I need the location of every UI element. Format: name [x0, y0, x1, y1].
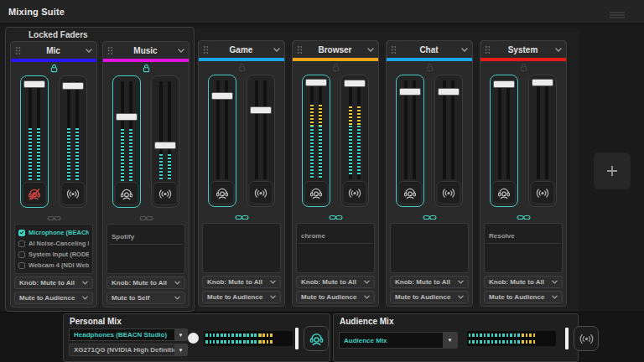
audience-fader[interactable] [247, 75, 275, 207]
broadcast-icon[interactable] [343, 181, 367, 204]
mute-action-dropdown[interactable]: Mute to Audience [484, 291, 563, 303]
audience-fader[interactable] [434, 75, 463, 207]
broadcast-icon[interactable] [249, 181, 273, 204]
chevron-down-icon[interactable] [461, 48, 468, 52]
drag-handle-icon[interactable] [485, 45, 491, 54]
headphones-icon[interactable] [304, 181, 329, 204]
personal-fader[interactable] [208, 75, 236, 207]
link-faders-icon[interactable] [423, 209, 437, 225]
fader-handle[interactable] [344, 80, 366, 87]
app-row[interactable] [205, 224, 278, 228]
drag-handle-icon[interactable] [15, 46, 21, 55]
chevron-down-icon[interactable] [178, 49, 184, 53]
fader-handle[interactable] [154, 142, 176, 149]
mute-action-dropdown[interactable]: Mute to Audience [390, 291, 469, 303]
personal-volume-cap[interactable] [295, 328, 299, 349]
channel-name[interactable]: Music [113, 46, 178, 55]
fader-handle[interactable] [438, 88, 460, 96]
chevron-down-icon[interactable] [555, 48, 562, 52]
app-row[interactable]: Spotify [109, 225, 183, 245]
fader-handle[interactable] [62, 82, 84, 90]
channel-name[interactable]: System [491, 45, 555, 54]
knob-action-dropdown[interactable]: Knob: Mute to All [484, 276, 563, 288]
dropdown-arrow-icon[interactable]: ▼ [174, 329, 187, 340]
personal-fader[interactable] [396, 75, 424, 207]
fader-handle[interactable] [23, 80, 45, 88]
secondary-output-dropdown[interactable]: XG271QG (NVIDIA High Definition... ▼ [69, 344, 188, 356]
fader-handle[interactable] [493, 80, 515, 88]
knob-action-dropdown[interactable]: Knob: Mute to All [296, 276, 375, 288]
audience-fader[interactable] [340, 75, 369, 207]
drag-handle-icon[interactable] [203, 45, 209, 54]
mute-action-dropdown[interactable]: Mute to Audience [202, 291, 281, 303]
audience-fader[interactable] [151, 75, 179, 208]
audience-fader[interactable] [59, 75, 87, 208]
app-list[interactable]: Resolve [484, 223, 563, 273]
headphones-icon[interactable] [304, 326, 329, 351]
app-list[interactable] [390, 223, 469, 273]
link-faders-icon[interactable] [517, 209, 531, 225]
knob-action-dropdown[interactable]: Knob: Mute to All [106, 277, 185, 289]
primary-output-dropdown[interactable]: Headphones (BEACN Studio) ▼ [69, 328, 188, 341]
fader-handle[interactable] [116, 113, 138, 121]
checkbox[interactable] [18, 240, 25, 247]
checkbox-checked[interactable] [18, 230, 25, 236]
broadcast-icon[interactable] [531, 181, 555, 204]
headphones-icon[interactable] [398, 181, 423, 204]
device-row[interactable]: System Input (RODE C... [15, 249, 92, 260]
chevron-down-icon[interactable] [273, 48, 280, 52]
channel-name[interactable]: Browser [303, 45, 367, 54]
device-list[interactable]: Microphone (BEACN S... AI Noise-Cancelin… [14, 224, 93, 274]
mute-action-dropdown[interactable]: Mute to Audience [296, 291, 375, 303]
mute-action-dropdown[interactable]: Mute to Self [106, 292, 185, 304]
personal-fader[interactable] [302, 75, 330, 207]
headphones-icon[interactable] [115, 182, 139, 205]
broadcast-icon[interactable] [437, 181, 461, 204]
broadcast-icon[interactable] [153, 182, 178, 205]
fader-handle[interactable] [211, 92, 233, 100]
audience-volume-cap[interactable] [565, 328, 569, 349]
lock-icon[interactable] [425, 60, 434, 75]
broadcast-icon[interactable] [61, 182, 86, 205]
lock-icon[interactable] [331, 60, 340, 75]
chevron-down-icon[interactable] [86, 49, 92, 53]
dropdown-arrow-icon[interactable]: ▼ [174, 344, 187, 355]
personal-fader[interactable] [490, 75, 518, 207]
app-row[interactable] [392, 224, 466, 228]
knob-action-dropdown[interactable]: Knob: Mute to All [390, 276, 469, 288]
broadcast-icon[interactable] [574, 326, 599, 351]
app-row[interactable]: Resolve [486, 224, 560, 244]
device-row[interactable]: Microphone (BEACN S... [15, 227, 92, 238]
app-row[interactable]: chrome [299, 224, 372, 244]
mute-action-dropdown[interactable]: Mute to Audience [14, 292, 93, 304]
audience-fader[interactable] [528, 75, 557, 207]
headphones-icon[interactable] [492, 181, 517, 204]
drag-handle-icon[interactable] [391, 45, 397, 54]
link-faders-icon[interactable] [47, 210, 61, 225]
lock-icon[interactable] [519, 60, 528, 75]
fader-handle[interactable] [399, 88, 421, 96]
headphones-icon[interactable] [210, 181, 235, 204]
lock-icon[interactable] [142, 61, 151, 76]
app-list[interactable] [202, 223, 281, 273]
channel-name[interactable]: Mic [21, 46, 86, 55]
app-list[interactable]: Spotify [106, 224, 185, 274]
lock-icon[interactable] [237, 60, 247, 75]
fader-handle[interactable] [305, 79, 327, 86]
channel-name[interactable]: Game [209, 45, 273, 54]
knob-action-dropdown[interactable]: Knob: Mute to All [202, 276, 281, 288]
personal-fader[interactable] [112, 75, 141, 208]
chevron-down-icon[interactable] [367, 48, 374, 52]
fader-handle[interactable] [532, 79, 553, 86]
link-faders-icon[interactable] [329, 209, 343, 225]
lock-icon[interactable] [49, 61, 59, 76]
personal-volume-knob[interactable] [188, 333, 199, 344]
link-faders-icon[interactable] [235, 209, 249, 225]
link-faders-icon[interactable] [139, 210, 153, 225]
drag-handle-icon[interactable] [297, 45, 303, 54]
menu-icon[interactable] [609, 8, 626, 23]
dropdown-arrow-icon[interactable]: ▼ [443, 333, 457, 348]
knob-action-dropdown[interactable]: Knob: Mute to All [14, 277, 93, 289]
personal-fader[interactable] [20, 75, 49, 208]
app-list[interactable]: chrome [296, 223, 375, 273]
